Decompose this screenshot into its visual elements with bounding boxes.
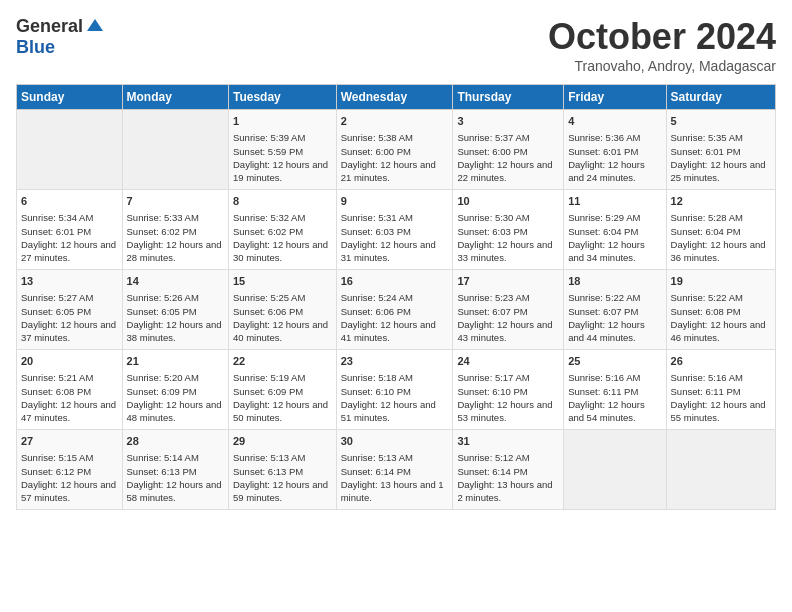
table-row: 25Sunrise: 5:16 AMSunset: 6:11 PMDayligh… — [564, 350, 666, 430]
daylight-text: Daylight: 12 hours and 36 minutes. — [671, 238, 771, 265]
daylight-text: Daylight: 12 hours and 33 minutes. — [457, 238, 559, 265]
table-row: 30Sunrise: 5:13 AMSunset: 6:14 PMDayligh… — [336, 430, 453, 510]
day-number: 18 — [568, 274, 661, 289]
sunset-text: Sunset: 6:12 PM — [21, 465, 118, 478]
sunset-text: Sunset: 6:04 PM — [671, 225, 771, 238]
table-row: 23Sunrise: 5:18 AMSunset: 6:10 PMDayligh… — [336, 350, 453, 430]
sunset-text: Sunset: 6:10 PM — [457, 385, 559, 398]
daylight-text: Daylight: 12 hours and 54 minutes. — [568, 398, 661, 425]
sunset-text: Sunset: 6:06 PM — [233, 305, 332, 318]
sunrise-text: Sunrise: 5:28 AM — [671, 211, 771, 224]
day-number: 11 — [568, 194, 661, 209]
daylight-text: Daylight: 12 hours and 41 minutes. — [341, 318, 449, 345]
sunset-text: Sunset: 6:01 PM — [21, 225, 118, 238]
logo: General Blue — [16, 16, 105, 58]
table-row: 13Sunrise: 5:27 AMSunset: 6:05 PMDayligh… — [17, 270, 123, 350]
sunrise-text: Sunrise: 5:18 AM — [341, 371, 449, 384]
day-number: 26 — [671, 354, 771, 369]
table-row: 4Sunrise: 5:36 AMSunset: 6:01 PMDaylight… — [564, 110, 666, 190]
sunrise-text: Sunrise: 5:26 AM — [127, 291, 224, 304]
sunrise-text: Sunrise: 5:29 AM — [568, 211, 661, 224]
sunrise-text: Sunrise: 5:27 AM — [21, 291, 118, 304]
sunset-text: Sunset: 6:01 PM — [671, 145, 771, 158]
table-row: 21Sunrise: 5:20 AMSunset: 6:09 PMDayligh… — [122, 350, 228, 430]
sunrise-text: Sunrise: 5:12 AM — [457, 451, 559, 464]
svg-marker-0 — [87, 19, 103, 31]
sunrise-text: Sunrise: 5:13 AM — [341, 451, 449, 464]
day-number: 23 — [341, 354, 449, 369]
table-row: 8Sunrise: 5:32 AMSunset: 6:02 PMDaylight… — [229, 190, 337, 270]
sunrise-text: Sunrise: 5:33 AM — [127, 211, 224, 224]
daylight-text: Daylight: 12 hours and 46 minutes. — [671, 318, 771, 345]
day-number: 14 — [127, 274, 224, 289]
daylight-text: Daylight: 12 hours and 28 minutes. — [127, 238, 224, 265]
day-number: 21 — [127, 354, 224, 369]
table-row: 9Sunrise: 5:31 AMSunset: 6:03 PMDaylight… — [336, 190, 453, 270]
day-number: 17 — [457, 274, 559, 289]
daylight-text: Daylight: 12 hours and 55 minutes. — [671, 398, 771, 425]
calendar-week-2: 6Sunrise: 5:34 AMSunset: 6:01 PMDaylight… — [17, 190, 776, 270]
table-row: 29Sunrise: 5:13 AMSunset: 6:13 PMDayligh… — [229, 430, 337, 510]
daylight-text: Daylight: 12 hours and 38 minutes. — [127, 318, 224, 345]
day-number: 19 — [671, 274, 771, 289]
day-number: 25 — [568, 354, 661, 369]
sunset-text: Sunset: 5:59 PM — [233, 145, 332, 158]
table-row — [564, 430, 666, 510]
day-number: 6 — [21, 194, 118, 209]
sunset-text: Sunset: 6:05 PM — [127, 305, 224, 318]
sunrise-text: Sunrise: 5:15 AM — [21, 451, 118, 464]
day-number: 15 — [233, 274, 332, 289]
daylight-text: Daylight: 12 hours and 25 minutes. — [671, 158, 771, 185]
table-row: 14Sunrise: 5:26 AMSunset: 6:05 PMDayligh… — [122, 270, 228, 350]
sunset-text: Sunset: 6:08 PM — [21, 385, 118, 398]
sunset-text: Sunset: 6:07 PM — [568, 305, 661, 318]
table-row: 18Sunrise: 5:22 AMSunset: 6:07 PMDayligh… — [564, 270, 666, 350]
sunrise-text: Sunrise: 5:14 AM — [127, 451, 224, 464]
calendar-week-4: 20Sunrise: 5:21 AMSunset: 6:08 PMDayligh… — [17, 350, 776, 430]
day-number: 31 — [457, 434, 559, 449]
sunrise-text: Sunrise: 5:36 AM — [568, 131, 661, 144]
calendar-header-row: Sunday Monday Tuesday Wednesday Thursday… — [17, 85, 776, 110]
daylight-text: Daylight: 12 hours and 19 minutes. — [233, 158, 332, 185]
day-number: 12 — [671, 194, 771, 209]
table-row: 2Sunrise: 5:38 AMSunset: 6:00 PMDaylight… — [336, 110, 453, 190]
logo-general-text: General — [16, 16, 83, 37]
day-number: 29 — [233, 434, 332, 449]
header-tuesday: Tuesday — [229, 85, 337, 110]
header-sunday: Sunday — [17, 85, 123, 110]
day-number: 9 — [341, 194, 449, 209]
calendar-week-5: 27Sunrise: 5:15 AMSunset: 6:12 PMDayligh… — [17, 430, 776, 510]
sunset-text: Sunset: 6:00 PM — [457, 145, 559, 158]
header-friday: Friday — [564, 85, 666, 110]
daylight-text: Daylight: 12 hours and 53 minutes. — [457, 398, 559, 425]
table-row: 22Sunrise: 5:19 AMSunset: 6:09 PMDayligh… — [229, 350, 337, 430]
day-number: 22 — [233, 354, 332, 369]
sunset-text: Sunset: 6:04 PM — [568, 225, 661, 238]
table-row: 6Sunrise: 5:34 AMSunset: 6:01 PMDaylight… — [17, 190, 123, 270]
header-saturday: Saturday — [666, 85, 775, 110]
sunrise-text: Sunrise: 5:23 AM — [457, 291, 559, 304]
table-row: 28Sunrise: 5:14 AMSunset: 6:13 PMDayligh… — [122, 430, 228, 510]
sunset-text: Sunset: 6:13 PM — [233, 465, 332, 478]
sunrise-text: Sunrise: 5:13 AM — [233, 451, 332, 464]
table-row: 10Sunrise: 5:30 AMSunset: 6:03 PMDayligh… — [453, 190, 564, 270]
sunrise-text: Sunrise: 5:21 AM — [21, 371, 118, 384]
sunrise-text: Sunrise: 5:16 AM — [671, 371, 771, 384]
daylight-text: Daylight: 12 hours and 47 minutes. — [21, 398, 118, 425]
sunset-text: Sunset: 6:14 PM — [341, 465, 449, 478]
table-row: 17Sunrise: 5:23 AMSunset: 6:07 PMDayligh… — [453, 270, 564, 350]
sunrise-text: Sunrise: 5:35 AM — [671, 131, 771, 144]
daylight-text: Daylight: 12 hours and 21 minutes. — [341, 158, 449, 185]
day-number: 5 — [671, 114, 771, 129]
daylight-text: Daylight: 12 hours and 43 minutes. — [457, 318, 559, 345]
day-number: 1 — [233, 114, 332, 129]
logo-icon — [85, 17, 105, 37]
sunset-text: Sunset: 6:03 PM — [457, 225, 559, 238]
daylight-text: Daylight: 12 hours and 48 minutes. — [127, 398, 224, 425]
sunrise-text: Sunrise: 5:22 AM — [671, 291, 771, 304]
day-number: 30 — [341, 434, 449, 449]
daylight-text: Daylight: 12 hours and 58 minutes. — [127, 478, 224, 505]
sunrise-text: Sunrise: 5:34 AM — [21, 211, 118, 224]
daylight-text: Daylight: 13 hours and 1 minute. — [341, 478, 449, 505]
day-number: 3 — [457, 114, 559, 129]
